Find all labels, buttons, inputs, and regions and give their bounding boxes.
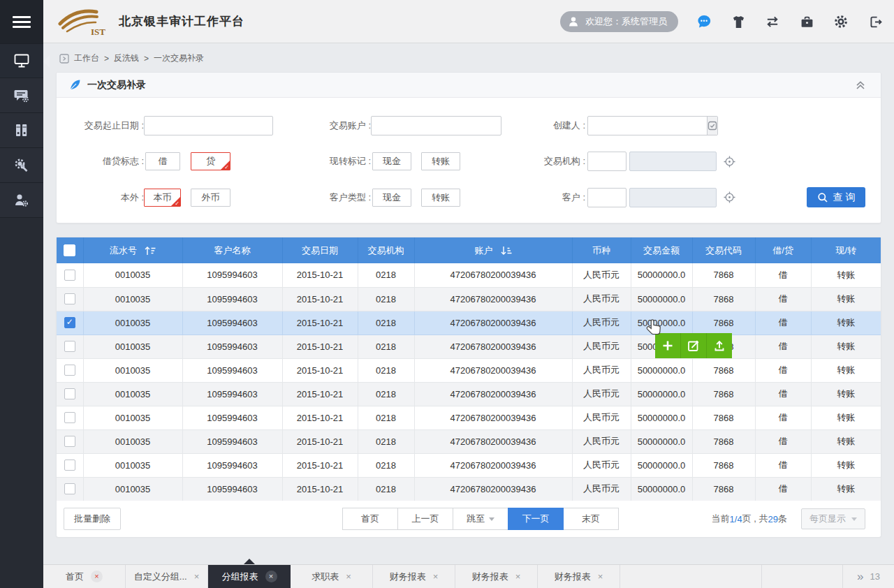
bottom-tab-6[interactable]: 财务报表× [538,565,620,588]
table-row[interactable]: 001003510959946032015-10-210218472067802… [57,429,881,453]
bottom-tab-3[interactable]: 求职表× [291,565,373,588]
column-header[interactable]: 交易日期 [282,237,358,263]
bottom-tab-2[interactable]: 分组报表× [208,565,291,588]
bottom-tab-5[interactable]: 财务报表× [455,565,538,588]
tab-close-icon[interactable]: × [433,571,439,582]
trade-account-field[interactable] [365,117,496,135]
table-cell: 借 [755,429,811,453]
user-welcome-badge[interactable]: 欢迎您：系统管理员 [560,11,678,32]
row-checkbox[interactable] [64,412,75,423]
table-row[interactable]: 001003510959946032015-10-210218472067802… [57,382,881,406]
customer-code-input[interactable] [587,188,626,207]
table-row[interactable]: 001003510959946032015-10-210218472067802… [57,263,881,287]
sidebar-item-users[interactable] [0,183,43,218]
prev-page-button[interactable]: 上一页 [397,508,453,530]
theme-icon[interactable] [731,14,746,29]
message-icon[interactable] [696,14,712,29]
row-checkbox[interactable] [64,317,75,328]
column-header[interactable]: 交易代码 [692,237,755,263]
sort-ascending-icon[interactable] [144,246,156,256]
row-checkbox[interactable] [64,436,75,447]
sort-descending-icon[interactable] [500,246,512,256]
date-range-field[interactable] [136,117,268,135]
cash-toggle[interactable]: 现金 [372,152,411,170]
jump-to-button[interactable]: 跳至 [453,508,508,530]
sidebar-item-archives[interactable] [0,113,43,148]
table-cell: 47206780200039436 [414,429,572,453]
last-page-button[interactable]: 末页 [563,508,619,530]
edit-row-button[interactable] [681,333,707,358]
row-checkbox[interactable] [64,293,75,304]
customer-picker-button[interactable] [723,191,736,204]
row-checkbox[interactable] [64,270,75,281]
select-all-checkbox[interactable] [64,244,75,256]
first-page-button[interactable]: 首页 [342,508,398,530]
debit-toggle[interactable]: 借 [145,152,180,170]
org-picker-button[interactable] [723,155,736,168]
date-range-input[interactable] [144,116,273,135]
tab-close-icon[interactable]: × [598,571,603,582]
column-header[interactable]: 交易金额 [631,237,692,263]
next-page-button[interactable]: 下一页 [508,508,564,530]
page-size-select[interactable]: 每页显示 [801,508,865,529]
creator-check-button[interactable] [707,117,717,135]
tab-close-icon[interactable]: × [515,571,521,582]
table-row[interactable]: 001003510959946032015-10-210218472067802… [57,406,881,429]
gear-icon[interactable] [833,14,849,29]
row-checkbox[interactable] [64,388,75,399]
customer-type-cash-toggle[interactable]: 现金 [372,189,411,207]
creator-input[interactable] [587,116,718,135]
tab-close-icon[interactable]: × [194,571,200,582]
bottom-tab-1[interactable]: 自定义分组...× [126,565,208,588]
creator-field[interactable] [576,117,707,135]
tab-overflow-button[interactable]: » 13 [842,565,894,588]
table-row[interactable]: 001003510959946032015-10-210218472067802… [57,477,881,501]
foreign-currency-toggle[interactable]: 外币 [191,189,230,207]
table-row[interactable]: 001003510959946032015-10-210218472067802… [57,453,881,477]
breadcrumb-item[interactable]: 工作台 [74,52,99,64]
row-checkbox[interactable] [64,341,75,352]
batch-delete-button[interactable]: 批量删除 [64,508,121,530]
bottom-tab-0[interactable]: 首页× [43,565,126,588]
customer-type-transfer-toggle[interactable]: 转账 [421,189,460,207]
collapse-panel-button[interactable] [854,79,867,94]
sidebar-item-settings[interactable] [0,148,43,183]
pagination-summary: 当前 1/4 页 , 共 29 条 [712,501,787,537]
bottom-tab-4[interactable]: 财务报表× [373,565,455,588]
app-title: 北京银丰审计工作平台 [119,13,244,29]
tab-close-icon[interactable]: × [265,571,277,582]
column-header[interactable]: 交易机构 [358,237,414,263]
local-currency-toggle[interactable]: 本币 [144,189,181,207]
column-header[interactable]: 现/转 [811,237,881,263]
row-checkbox[interactable] [64,365,75,376]
search-icon [817,192,828,203]
column-header[interactable]: 借/贷 [755,237,811,263]
row-checkbox[interactable] [64,460,75,471]
table-cell: 47206780200039436 [414,406,572,429]
query-button[interactable]: 查 询 [807,187,865,207]
table-row[interactable]: 001003510959946032015-10-210218472067802… [57,358,881,382]
org-code-input[interactable] [587,152,626,171]
logout-icon[interactable] [867,14,883,29]
table-row[interactable]: 001003510959946032015-10-210218472067802… [57,311,881,335]
credit-toggle[interactable]: 贷 [191,152,230,170]
tab-close-icon[interactable]: × [346,571,351,582]
transfer-toggle[interactable]: 转账 [421,152,460,170]
transfer-icon[interactable] [765,14,780,29]
briefcase-icon[interactable] [799,14,814,29]
column-header[interactable]: 账户 [414,237,572,263]
table-row[interactable]: 001003510959946032015-10-210218472067802… [57,287,881,311]
hamburger-menu-button[interactable] [0,0,43,43]
add-row-button[interactable] [655,333,681,358]
sidebar-item-messages[interactable] [0,78,43,113]
table-row[interactable]: 001003510959946032015-10-210218472067802… [57,335,881,358]
upload-row-button[interactable] [707,333,732,358]
column-header[interactable]: 币种 [572,237,631,263]
trade-account-input[interactable] [371,116,501,135]
tab-close-icon[interactable]: × [91,571,103,582]
breadcrumb-item[interactable]: 反洗钱 [114,52,139,64]
sidebar-item-workbench[interactable] [0,43,43,78]
row-checkbox[interactable] [64,483,75,494]
column-header[interactable]: 客户名称 [182,237,282,263]
column-header[interactable]: 流水号 [83,237,182,263]
